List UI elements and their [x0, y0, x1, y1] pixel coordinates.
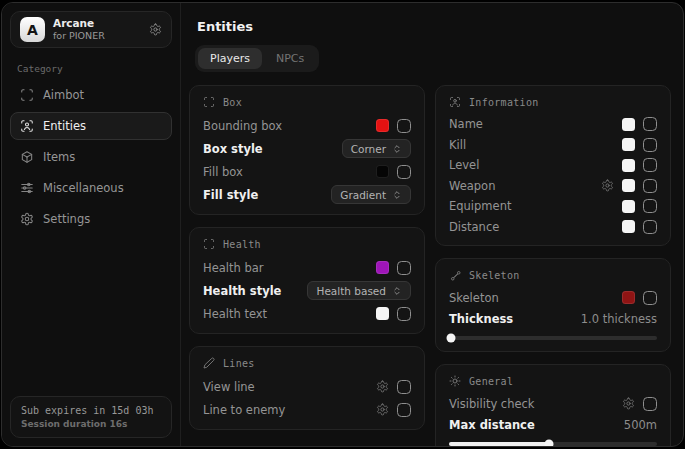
sliders-icon [20, 181, 34, 195]
row-equipment: Equipment [449, 196, 657, 217]
sidebar-item-label: Settings [43, 212, 90, 226]
sidebar-item-label: Aimbot [43, 88, 84, 102]
panel-title: Box [223, 97, 242, 108]
row-label: Equipment [449, 199, 511, 213]
sidebar-item-label: Entities [43, 119, 86, 133]
box-style-select[interactable]: Corner [342, 139, 411, 158]
session-duration-text: Session duration 16s [21, 419, 161, 429]
row-weapon: Weapon [449, 176, 657, 197]
slider-thumb[interactable] [447, 334, 456, 343]
row-label: Box style [203, 142, 263, 156]
color-swatch[interactable] [376, 307, 389, 320]
tab-players[interactable]: Players [198, 48, 262, 69]
row-label: Visibility check [449, 397, 535, 411]
panel-health: Health Health bar Health style Health ba… [189, 227, 425, 334]
person-scan-icon [449, 96, 461, 108]
checkbox[interactable] [397, 307, 411, 321]
person-scan-icon [20, 119, 34, 133]
row-label: Weapon [449, 179, 495, 193]
color-swatch[interactable] [622, 200, 635, 213]
left-column: Box Bounding box Box style Corner [189, 85, 425, 447]
row-label: Distance [449, 220, 499, 234]
fill-style-select[interactable]: Gradient [331, 185, 411, 204]
select-value: Corner [351, 143, 386, 155]
gear-icon[interactable] [376, 403, 389, 416]
cube-icon [20, 150, 34, 164]
max-distance-slider[interactable] [449, 442, 657, 446]
brand-card: A Arcane for PIONER [10, 11, 172, 48]
checkbox[interactable] [643, 220, 657, 234]
row-level: Level [449, 155, 657, 176]
slider-thumb[interactable] [544, 440, 553, 448]
sidebar-item-settings[interactable]: Settings [10, 205, 172, 233]
page-title: Entities [197, 19, 671, 34]
color-swatch[interactable] [622, 118, 635, 131]
checkbox[interactable] [397, 119, 411, 133]
row-fill-style: Fill style Gradient [203, 183, 411, 206]
gear-icon[interactable] [149, 23, 162, 36]
category-label: Category [17, 63, 165, 74]
tab-npcs[interactable]: NPCs [264, 48, 316, 69]
gear-icon[interactable] [622, 397, 635, 410]
checkbox[interactable] [397, 261, 411, 275]
panel-skeleton: Skeleton Skeleton Thickness 1.0 thicknes… [435, 258, 671, 352]
sidebar-item-items[interactable]: Items [10, 143, 172, 171]
sun-icon [449, 375, 461, 387]
checkbox[interactable] [643, 138, 657, 152]
subscription-card: Sub expires in 15d 03h Session duration … [10, 396, 172, 438]
row-label: Skeleton [449, 291, 499, 305]
panel-header: Lines [203, 356, 411, 370]
crosshair-scan-icon [20, 88, 34, 102]
select-value: Health based [316, 285, 386, 297]
brand-subtitle: for PIONER [53, 30, 141, 42]
app-window: A Arcane for PIONER Category Aimbot [1, 2, 684, 447]
color-swatch[interactable] [622, 138, 635, 151]
row-view-line: View line [203, 375, 411, 398]
panel-header: Information [449, 95, 657, 109]
checkbox[interactable] [397, 380, 411, 394]
checkbox[interactable] [643, 179, 657, 193]
panel-title: Skeleton [469, 270, 520, 281]
row-box-style: Box style Corner [203, 137, 411, 160]
color-swatch[interactable] [376, 165, 389, 178]
max-distance-value: 500m [624, 418, 657, 432]
row-thickness: Thickness 1.0 thickness [449, 308, 657, 329]
row-label: Fill style [203, 188, 258, 202]
checkbox[interactable] [643, 291, 657, 305]
row-label: Name [449, 117, 483, 131]
row-label: Thickness [449, 312, 513, 326]
scan-box-icon [203, 238, 215, 250]
color-swatch[interactable] [376, 119, 389, 132]
sidebar-item-entities[interactable]: Entities [10, 112, 172, 140]
panel-header: Skeleton [449, 268, 657, 282]
checkbox[interactable] [643, 158, 657, 172]
gear-icon[interactable] [601, 179, 614, 192]
row-line-to-enemy: Line to enemy [203, 398, 411, 421]
checkbox[interactable] [643, 199, 657, 213]
color-swatch[interactable] [622, 179, 635, 192]
checkbox[interactable] [397, 403, 411, 417]
row-label: Line to enemy [203, 403, 285, 417]
color-swatch[interactable] [376, 261, 389, 274]
sidebar-item-miscellaneous[interactable]: Miscellaneous [10, 174, 172, 202]
row-skeleton: Skeleton [449, 287, 657, 308]
checkbox[interactable] [643, 397, 657, 411]
row-health-text: Health text [203, 302, 411, 325]
health-style-select[interactable]: Health based [307, 281, 411, 300]
panel-title: General [469, 376, 513, 387]
scan-box-icon [203, 96, 215, 108]
panel-header: General [449, 374, 657, 388]
color-swatch[interactable] [622, 291, 635, 304]
checkbox[interactable] [397, 165, 411, 179]
row-bounding-box: Bounding box [203, 114, 411, 137]
thickness-slider[interactable] [449, 336, 657, 340]
gear-icon[interactable] [376, 380, 389, 393]
sidebar-item-aimbot[interactable]: Aimbot [10, 81, 172, 109]
color-swatch[interactable] [622, 220, 635, 233]
row-fill-box: Fill box [203, 160, 411, 183]
chevrons-up-down-icon [392, 144, 402, 154]
row-distance: Distance [449, 217, 657, 238]
color-swatch[interactable] [622, 159, 635, 172]
checkbox[interactable] [643, 117, 657, 131]
chevrons-up-down-icon [392, 286, 402, 296]
